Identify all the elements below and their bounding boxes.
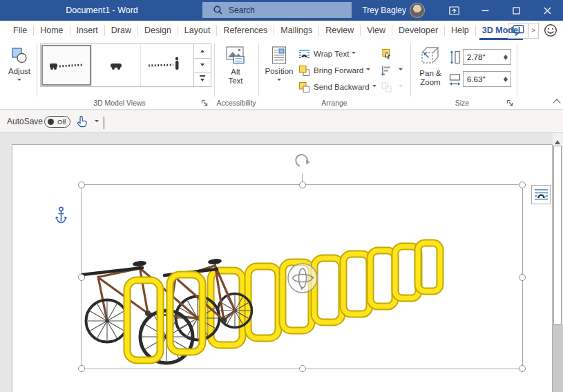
alt-text-icon: [225, 46, 246, 65]
adjust-icon: [10, 46, 28, 64]
gallery-scroll-buttons: [193, 44, 211, 86]
pan-zoom-icon: [419, 46, 442, 66]
tab-draw[interactable]: Draw: [105, 21, 137, 40]
search-box[interactable]: Search: [202, 2, 352, 18]
resize-handle-bottom-center[interactable]: [299, 365, 306, 372]
vertical-scrollbar[interactable]: [553, 133, 563, 392]
group-objects-icon: [381, 81, 392, 93]
model-views-gallery: [40, 43, 211, 87]
pan-zoom-button[interactable]: Pan & Zoom: [413, 43, 448, 96]
rotate-handle-icon[interactable]: [294, 153, 311, 169]
minimize-button[interactable]: [470, 0, 501, 21]
resize-handle-top-center[interactable]: [299, 182, 306, 188]
resize-handle-top-left[interactable]: [78, 182, 85, 188]
send-backward-button[interactable]: Send Backward: [298, 79, 376, 95]
tab-file[interactable]: File: [7, 21, 33, 40]
feedback-smiley-icon[interactable]: [544, 23, 557, 37]
resize-handle-bottom-left[interactable]: [78, 365, 85, 372]
autosave-label: AutoSave: [7, 117, 43, 126]
tab-design[interactable]: Design: [138, 21, 178, 40]
resize-handle-bottom-right[interactable]: [519, 365, 526, 372]
adjust-button[interactable]: Adjust: [3, 43, 36, 96]
ribbon-tabs: File Home Insert Draw Design Layout Refe…: [7, 21, 526, 40]
maximize-button[interactable]: [501, 0, 532, 21]
height-spinner[interactable]: [502, 51, 509, 63]
search-label: Search: [229, 6, 255, 15]
scroll-up-arrow[interactable]: [555, 137, 560, 144]
shape-height-icon: [449, 50, 461, 65]
resize-handle-middle-left[interactable]: [78, 274, 85, 281]
tab-mailings[interactable]: Mailings: [274, 21, 318, 40]
tab-references[interactable]: References: [217, 21, 274, 40]
shape-height-field: [463, 49, 511, 65]
tab-help[interactable]: Help: [445, 21, 475, 40]
close-button[interactable]: [532, 0, 563, 21]
tab-review[interactable]: Review: [319, 21, 360, 40]
model-view-thumbnail-3[interactable]: [141, 44, 187, 86]
minimize-icon: [481, 7, 489, 14]
alt-text-button[interactable]: Alt Text: [217, 43, 254, 96]
size-dialog-launcher[interactable]: [506, 99, 514, 107]
adjust-dropdown-chevron: [17, 79, 21, 83]
bring-forward-chevron: [366, 68, 370, 72]
layout-options-button[interactable]: [531, 185, 551, 204]
model-view-thumbnail-1[interactable]: [41, 44, 92, 86]
gallery-down-button[interactable]: [194, 59, 211, 73]
tab-view[interactable]: View: [361, 21, 392, 40]
autosave-toggle[interactable]: Off: [44, 116, 70, 128]
3d-model-bike-rack[interactable]: [82, 185, 522, 369]
position-button[interactable]: Position: [263, 43, 296, 96]
bring-forward-button[interactable]: Bring Forward: [298, 63, 370, 78]
ribbon: Adjust: [0, 40, 563, 110]
send-backward-label: Send Backward: [314, 83, 370, 91]
align-chevron: [399, 68, 403, 72]
search-icon: [213, 6, 222, 14]
send-backward-chevron: [372, 85, 376, 89]
model-views-dialog-launcher[interactable]: [201, 99, 209, 107]
group-button[interactable]: [381, 79, 403, 95]
group-divider: [410, 43, 411, 97]
align-button[interactable]: [381, 63, 403, 78]
comments-more-button[interactable]: >: [529, 23, 539, 39]
model-view-thumbnail-2[interactable]: [92, 44, 141, 86]
collapse-ribbon-button[interactable]: [552, 98, 562, 108]
close-icon: [544, 7, 551, 14]
chevron-up-icon: [553, 99, 560, 106]
bring-forward-icon: [298, 65, 310, 77]
gallery-up-button[interactable]: [194, 44, 211, 59]
scrollbar-thumb[interactable]: [553, 146, 562, 325]
comments-button[interactable]: [508, 23, 529, 39]
arrange-group-label: Arrange: [258, 99, 410, 107]
tab-developer[interactable]: Developer: [392, 21, 444, 40]
touch-mouse-mode-icon[interactable]: [76, 115, 88, 128]
user-name: Trey Bagley: [351, 0, 406, 21]
selected-3d-model[interactable]: [81, 184, 523, 369]
scrollbar-lower-track[interactable]: [553, 325, 563, 392]
tab-home[interactable]: Home: [34, 21, 69, 40]
selection-pane-icon: [381, 48, 392, 60]
resize-handle-top-right[interactable]: [519, 182, 526, 188]
ribbon-display-options-icon: [449, 6, 459, 15]
word-window: Document1 - Word Search Trey Bagley: [0, 0, 563, 392]
title-bar: Document1 - Word Search Trey Bagley: [0, 0, 563, 21]
group-divider: [517, 43, 517, 97]
tab-insert[interactable]: Insert: [70, 21, 104, 40]
ribbon-display-options-button[interactable]: [439, 0, 470, 21]
send-backward-icon: [298, 81, 310, 93]
wrap-text-button[interactable]: Wrap Text: [298, 46, 356, 61]
wrap-text-icon: [298, 48, 310, 60]
tab-layout[interactable]: Layout: [178, 21, 217, 40]
pan-zoom-label: Pan & Zoom: [417, 69, 444, 87]
touch-mode-chevron[interactable]: [95, 120, 99, 124]
width-spinner[interactable]: [502, 73, 509, 86]
anchor-icon: [55, 206, 67, 225]
selection-pane-button[interactable]: [381, 46, 396, 61]
rotate-3d-control[interactable]: [288, 264, 317, 293]
gallery-more-button[interactable]: [194, 72, 211, 86]
triangle-down-icon: [200, 79, 204, 84]
user-avatar[interactable]: [410, 3, 425, 18]
group-divider: [258, 43, 259, 97]
customize-quick-access-button[interactable]: [104, 117, 113, 126]
resize-handle-middle-right[interactable]: [519, 274, 526, 281]
toggle-knob-icon: [48, 119, 54, 125]
